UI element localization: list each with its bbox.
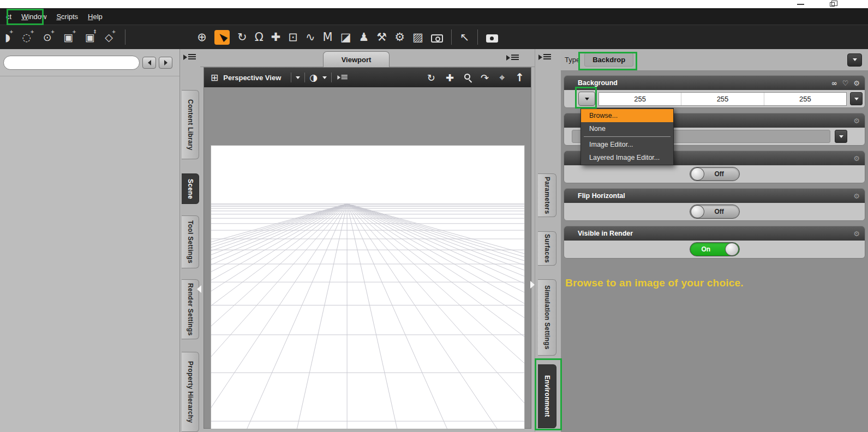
content-filter-input[interactable] — [3, 56, 140, 70]
universal-tool-icon[interactable]: ⊕ — [197, 32, 207, 43]
viewport-canvas[interactable] — [211, 145, 525, 429]
daz-studio-window: ct Window Scripts Help ◗+ ◌+ ⊙+ ▣+ ▣‡ ◇+… — [0, 0, 868, 432]
restore-button[interactable] — [826, 1, 838, 8]
tab-scene[interactable]: Scene — [182, 173, 199, 204]
tab-property-hierarchy[interactable]: Property Hierarchy — [182, 352, 199, 432]
scale-tool-icon[interactable]: ⊡ — [288, 32, 298, 43]
red-value[interactable]: 255 — [599, 93, 681, 105]
chevron-down-icon — [585, 98, 589, 100]
gear-icon[interactable]: ⚙ — [853, 193, 860, 200]
panel-options-icon[interactable] — [183, 53, 196, 62]
color-options-button[interactable] — [850, 92, 863, 105]
active-pose-tool-icon[interactable]: Ω — [255, 32, 264, 43]
geometry-editor-tool-icon[interactable]: ◪ — [340, 32, 351, 43]
plus-mark: + — [51, 29, 55, 34]
forward-button[interactable] — [159, 57, 172, 69]
environment-panel-header: Type Backdrop — [561, 49, 868, 71]
surface-selection-tool-icon[interactable]: ▨ — [412, 32, 423, 43]
chevron-down-icon — [853, 58, 857, 61]
menu-item-browse[interactable]: Browse... — [581, 109, 673, 122]
target-node-tool-icon[interactable]: ⊙+ — [43, 32, 56, 43]
minimize-button[interactable] — [794, 1, 806, 8]
divider — [331, 73, 332, 82]
reset-view-icon[interactable]: ↑ — [515, 71, 524, 84]
partial-node-tool-icon[interactable]: ◗+ — [5, 32, 15, 43]
panel-options-icon[interactable] — [538, 53, 552, 62]
rotate-tool-icon[interactable]: ↻ — [237, 32, 247, 43]
viewport-options-icon[interactable] — [506, 53, 519, 62]
drawstyle-sphere-icon[interactable]: ◑ — [309, 72, 318, 83]
type-value-dropdown[interactable]: Backdrop — [584, 53, 633, 67]
tab-parameters[interactable]: Parameters — [538, 173, 556, 217]
zoom-icon[interactable] — [464, 74, 470, 80]
left-dock-panel — [0, 49, 180, 432]
menu-item-layered-image-editor[interactable]: Layered Image Editor... — [581, 151, 673, 164]
help-pointer-tool-icon[interactable]: ↖ — [460, 32, 470, 43]
menu-item-help[interactable]: Help — [83, 10, 107, 23]
pane-dropdown-button[interactable] — [847, 53, 862, 67]
menubar: ct Window Scripts Help — [0, 8, 868, 25]
viewport-grid — [211, 146, 524, 429]
flip-horizontal-header: Flip Horizontal ⚙ — [564, 189, 865, 203]
menu-item-window[interactable]: Window — [16, 10, 51, 23]
green-value[interactable]: 255 — [681, 93, 764, 105]
gear-icon[interactable]: ⚙ — [853, 155, 860, 162]
view-selector-dropdown-icon[interactable] — [296, 76, 300, 79]
visible-in-render-toggle[interactable]: On — [690, 242, 740, 256]
gear-icon[interactable]: ⚙ — [853, 80, 860, 87]
tab-surfaces[interactable]: Surfaces — [538, 231, 556, 266]
gear-icon[interactable]: ⚙ — [853, 117, 860, 124]
menu-item-image-editor[interactable]: Image Editor... — [581, 138, 673, 151]
frame-icon[interactable]: ⌖ — [499, 71, 505, 83]
pan-icon[interactable]: ✚ — [446, 72, 454, 83]
viewport-frame: ⊞ Perspective View ◑ ↻ ✚ ↷ ⌖ ↑ — [203, 67, 531, 429]
section-title: Flip Horizontal — [578, 192, 625, 200]
tab-tool-settings[interactable]: Tool Settings — [182, 215, 199, 268]
tab-content-library[interactable]: Content Library — [182, 90, 199, 159]
forward-icon — [164, 60, 167, 65]
splitter-collapse-left-icon[interactable] — [197, 285, 201, 293]
favorite-heart-icon[interactable]: ♡ — [842, 80, 849, 87]
figure-setup-tool-icon[interactable]: ♟ — [359, 32, 369, 43]
plus-mark: + — [9, 29, 14, 34]
instance-node-tool-icon[interactable]: ◇+ — [105, 32, 117, 43]
menu-item-truncated[interactable]: ct — [1, 10, 16, 23]
drawstyle-dropdown-icon[interactable] — [322, 76, 327, 79]
tab-environment[interactable]: Environment — [538, 364, 556, 428]
frame-node-tool-icon[interactable]: ◌+ — [22, 32, 35, 43]
group-node-tool-icon[interactable]: ▣‡ — [85, 32, 97, 43]
toggle-label: Off — [715, 170, 724, 178]
viewport-pane: Viewport ⊞ Perspective View ◑ ↻ ✚ ↷ ⌖ — [200, 49, 535, 432]
dform-tool-icon[interactable]: ∿ — [306, 32, 315, 43]
new-node-tool-icon[interactable]: ▣+ — [63, 32, 77, 43]
translate-tool-icon[interactable]: ✚ — [271, 32, 281, 43]
back-button[interactable] — [142, 57, 156, 69]
render-camera-icon[interactable] — [486, 34, 498, 43]
tab-simulation-settings[interactable]: Simulation Settings — [538, 279, 556, 356]
node-selection-tool-icon[interactable]: ► — [214, 30, 230, 45]
tool-b-icon[interactable]: ⚙ — [394, 32, 405, 43]
view-selector-label[interactable]: Perspective View — [223, 74, 281, 82]
tool-a-icon[interactable]: ⚒ — [376, 32, 387, 43]
menu-item-none[interactable]: None — [581, 122, 673, 135]
divider — [291, 73, 291, 82]
animate-tool-icon[interactable]: M — [323, 32, 333, 43]
orbit-icon[interactable]: ↻ — [427, 72, 435, 83]
tab-viewport[interactable]: Viewport — [323, 51, 390, 67]
link-icon[interactable]: ∞ — [831, 80, 837, 87]
toggle-off[interactable]: Off — [690, 167, 740, 181]
blue-value[interactable]: 255 — [764, 93, 846, 105]
splitter-collapse-right-icon[interactable] — [530, 281, 535, 289]
image-dropdown-button[interactable] — [835, 130, 847, 143]
plus-mark: + — [30, 29, 34, 34]
background-dropdown-button[interactable] — [578, 92, 595, 106]
menu-item-scripts[interactable]: Scripts — [51, 10, 83, 23]
viewport-toolbar: ⊞ Perspective View ◑ ↻ ✚ ↷ ⌖ ↑ — [204, 68, 531, 87]
viewport-menu-icon[interactable] — [337, 74, 348, 81]
spin-icon[interactable]: ↷ — [481, 72, 489, 83]
gear-icon[interactable]: ⚙ — [853, 230, 860, 237]
toggle-label: On — [702, 245, 711, 253]
chevron-down-icon — [839, 135, 843, 138]
flip-horizontal-toggle[interactable]: Off — [690, 205, 740, 219]
camera-cursor-tool-icon[interactable] — [431, 34, 443, 43]
